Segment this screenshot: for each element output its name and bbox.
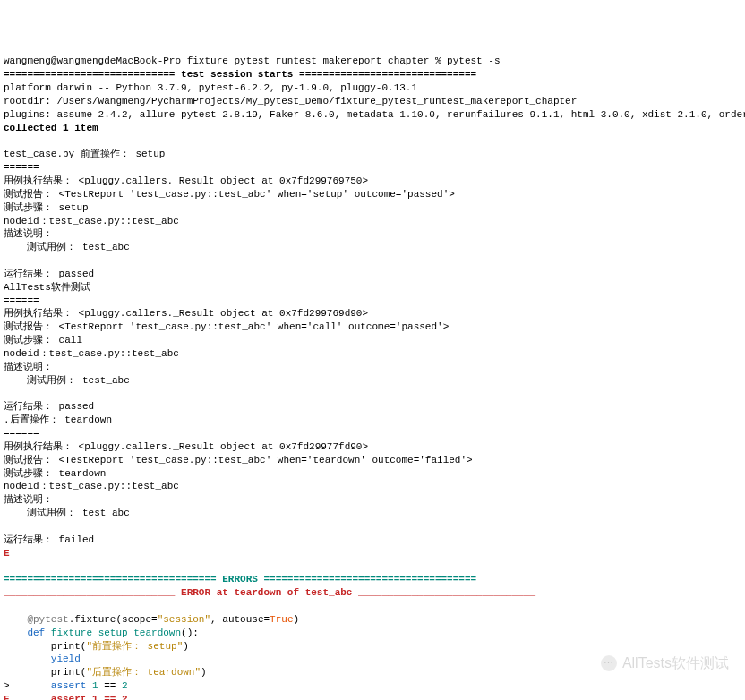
terminal-line: 测试步骤： call: [4, 334, 741, 347]
terminal-line: > assert 1 == 2: [4, 679, 741, 693]
blank-line: [4, 254, 741, 268]
terminal-line: nodeid：test_case.py::test_abc: [4, 215, 741, 228]
terminal-line: print("后置操作： teardown"): [4, 666, 741, 679]
terminal-line: 运行结果： passed: [4, 268, 741, 281]
terminal-line: 测试用例： test_abc: [4, 241, 741, 254]
terminal-line: 描述说明：: [4, 493, 741, 507]
terminal-line: wangmeng@wangmengdeMacBook-Pro fixture_p…: [4, 55, 741, 68]
terminal-line: 测试报告： <TestReport 'test_case.py::test_ab…: [4, 454, 741, 467]
assert-error: E assert 1 == 2: [4, 694, 128, 700]
collected: collected 1 item: [4, 123, 98, 133]
terminal-line: rootdir: /Users/wangmeng/PycharmProjects…: [4, 95, 741, 108]
terminal-line: plugins: assume-2.4.2, allure-pytest-2.8…: [4, 108, 741, 122]
terminal-line: ======: [4, 295, 741, 308]
terminal-line: test_case.py 前置操作： setup: [4, 148, 741, 161]
terminal-line: 描述说明：: [4, 361, 741, 374]
blank-line: [4, 600, 741, 613]
terminal-line: nodeid：test_case.py::test_abc: [4, 347, 741, 361]
terminal-line: 测试步骤： teardown: [4, 467, 741, 481]
terminal-line: 测试步骤： setup: [4, 201, 741, 215]
terminal-line: ============================= test sessi…: [4, 68, 741, 81]
terminal-line: 描述说明：: [4, 227, 741, 241]
terminal-line: _____________________________ ERROR at t…: [4, 586, 741, 600]
terminal-line: 运行结果： passed: [4, 400, 741, 414]
terminal-line: 测试报告： <TestReport 'test_case.py::test_ab…: [4, 320, 741, 334]
terminal-line: 运行结果： failed: [4, 534, 741, 547]
terminal-line: 测试用例： test_abc: [4, 374, 741, 388]
terminal-line: @pytest.fixture(scope="session", autouse…: [4, 613, 741, 627]
terminal-line: 测试用例： test_abc: [4, 507, 741, 520]
terminal-line: ======: [4, 161, 741, 175]
blank-line: [4, 559, 741, 573]
terminal-line: nodeid：test_case.py::test_abc: [4, 480, 741, 493]
blank-line: [4, 520, 741, 534]
terminal-line: ==================================== ERR…: [4, 573, 741, 586]
terminal-line: 测试报告： <TestReport 'test_case.py::test_ab…: [4, 188, 741, 201]
terminal-line: E assert 1 == 2: [4, 693, 741, 700]
session-header: ============================= test sessi…: [4, 69, 476, 80]
terminal-line: .后置操作： teardown: [4, 414, 741, 427]
terminal-line: 用例执行结果： <pluggy.callers._Result object a…: [4, 307, 741, 320]
terminal-line: AllTests软件测试: [4, 281, 741, 295]
terminal-line: print("前置操作： setup"): [4, 640, 741, 653]
terminal-line: ======: [4, 427, 741, 440]
terminal-line: 用例执行结果： <pluggy.callers._Result object a…: [4, 175, 741, 188]
error-marker: E: [4, 548, 10, 559]
terminal-line: collected 1 item: [4, 122, 741, 135]
blank-line: [4, 387, 741, 400]
terminal-line: 用例执行结果： <pluggy.callers._Result object a…: [4, 440, 741, 454]
blank-line: [4, 134, 741, 148]
terminal-line: E: [4, 547, 741, 560]
terminal-line: yield: [4, 653, 741, 666]
terminal-line: def fixture_setup_teardown():: [4, 627, 741, 640]
error-at-teardown: _____________________________ ERROR at t…: [4, 587, 535, 598]
terminal-line: platform darwin -- Python 3.7.9, pytest-…: [4, 81, 741, 95]
errors-header: ==================================== ERR…: [4, 574, 476, 585]
